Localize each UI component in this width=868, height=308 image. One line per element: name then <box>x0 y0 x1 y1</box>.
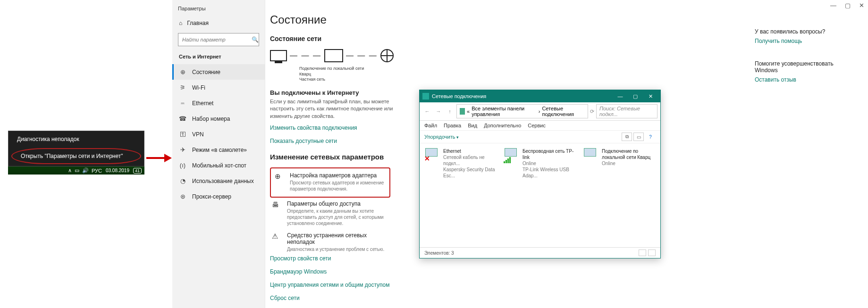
taskbar-context-menu: Диагностика неполадок Открыть "Параметры… <box>8 131 144 175</box>
nc-minimize-button[interactable]: — <box>613 92 627 100</box>
tray-chevron-icon[interactable]: ∧ <box>68 167 72 174</box>
nc-breadcrumb[interactable]: « Все элементы панели управления› Сетевы… <box>456 104 588 118</box>
nav-ethernet[interactable]: ⎓Ethernet <box>172 95 265 111</box>
nc-item-count: Элементов: 3 <box>424 250 454 256</box>
hotspot-icon: (ı) <box>179 162 186 169</box>
nc-address-bar: ← → ↑ « Все элементы панели управления› … <box>420 102 660 121</box>
app-title: Параметры <box>172 4 265 16</box>
network-connections-window: Сетевые подключения — ▢ ✕ ← → ↑ « Все эл… <box>419 90 661 258</box>
improve-block: Помогите усовершенствовать Windows Остав… <box>755 60 840 83</box>
nav-home-label: Главная <box>187 20 209 26</box>
nc-menubar: Файл Правка Вид Дополнительно Сервис <box>420 121 660 131</box>
help-block: У вас появились вопросы? Получить помощь <box>755 28 840 44</box>
nc-title-text: Сетевые подключения <box>432 93 610 99</box>
airplane-icon: ✈ <box>179 146 186 153</box>
option-title: Настройка параметров адаптера <box>290 172 386 179</box>
nc-titlebar[interactable]: Сетевые подключения — ▢ ✕ <box>420 90 660 102</box>
option-troubleshoot[interactable]: ⚠ Средство устранения сетевых неполадок … <box>270 229 397 255</box>
pc-icon <box>270 50 287 61</box>
dialup-icon: ☎ <box>179 115 186 122</box>
minimize-button[interactable]: — <box>830 2 836 9</box>
link-feedback[interactable]: Оставить отзыв <box>755 76 840 83</box>
nc-search[interactable]: Поиск: Сетевые подкл... <box>596 104 657 118</box>
lan-adapter-icon <box>584 148 599 161</box>
data-icon: ◔ <box>179 177 186 184</box>
menu-view[interactable]: Вид <box>468 123 477 128</box>
nav-status[interactable]: ⊕Состояние <box>172 64 265 80</box>
diagram-dots: — — — <box>290 51 321 60</box>
adapter-icon: ⊕ <box>275 172 284 192</box>
nav-hotspot[interactable]: (ı)Мобильный хот-спот <box>172 158 265 173</box>
maximize-button[interactable]: ▢ <box>845 2 851 9</box>
menu-tools[interactable]: Сервис <box>528 123 546 128</box>
view-button[interactable]: ⧉ <box>622 133 632 141</box>
nc-up-button[interactable]: ↑ <box>445 107 455 116</box>
settings-sidebar: Параметры ⌂ Главная 🔍 Сеть и Интернет ⊕С… <box>172 0 265 308</box>
option-adapter-settings[interactable]: ⊕ Настройка параметров адаптера Просмотр… <box>270 167 390 198</box>
status-icon: ⊕ <box>179 68 186 75</box>
tray-volume-icon[interactable]: 🔊 <box>82 167 89 174</box>
help-button[interactable]: ? <box>645 133 656 141</box>
proxy-icon: ⊛ <box>179 193 186 200</box>
search-icon[interactable]: 🔍 <box>252 36 259 43</box>
nav-home[interactable]: ⌂ Главная <box>172 16 265 30</box>
globe-icon <box>380 49 394 62</box>
link-get-help[interactable]: Получить помощь <box>755 38 840 44</box>
ethernet-icon: ⎓ <box>179 100 186 107</box>
view-details-button[interactable] <box>639 250 646 256</box>
nc-back-button[interactable]: ← <box>422 107 432 116</box>
nav-datausage[interactable]: ◔Использование данных <box>172 173 265 189</box>
section-label: Сеть и Интернет <box>172 52 265 64</box>
organize-button[interactable]: Упорядочить <box>424 134 459 140</box>
search-input[interactable] <box>178 37 252 42</box>
nc-toolbar: Упорядочить ⧉ ▭ ? <box>420 131 660 143</box>
nc-statusbar: Элементов: 3 <box>420 247 660 258</box>
router-icon <box>324 49 343 62</box>
connected-body: Если у вас лимитный тарифный план, вы мо… <box>270 98 397 120</box>
window-controls: — ▢ ✕ <box>830 2 864 9</box>
menu-diagnostics[interactable]: Диагностика неполадок <box>8 131 144 147</box>
close-button[interactable]: ✕ <box>859 2 864 9</box>
control-panel-icon <box>460 108 465 115</box>
wifi-adapter-icon <box>505 148 520 161</box>
view-icons-button[interactable] <box>648 250 656 256</box>
sharing-icon: 🖶 <box>272 200 281 226</box>
search-box[interactable]: 🔍 <box>178 33 259 46</box>
wifi-icon: ⚞ <box>179 84 186 91</box>
warning-icon: ⚠ <box>272 232 281 252</box>
diagram-dots: — — — <box>346 51 378 60</box>
ethernet-adapter-icon: ✕ <box>425 148 440 161</box>
tray-onedrive-icon[interactable]: ▭ <box>75 167 79 174</box>
tray-network-icon[interactable]: 41 <box>133 168 142 174</box>
menu-file[interactable]: Файл <box>424 123 437 128</box>
nav-dialup[interactable]: ☎Набор номера <box>172 111 265 126</box>
vpn-icon: ⚿ <box>179 131 186 138</box>
link-firewall[interactable]: Брандмауэр Windows <box>270 268 868 275</box>
preview-button[interactable]: ▭ <box>633 133 644 141</box>
nc-app-icon <box>422 93 429 100</box>
conn-lan[interactable]: Подключение по локальной сети Кварц Onli… <box>584 148 655 242</box>
nc-body: ✕ Ethernet Сетевой кабель не подкл... Ka… <box>420 143 660 247</box>
nav-proxy[interactable]: ⊛Прокси-сервер <box>172 189 265 204</box>
nc-refresh-button[interactable]: ⟳ <box>590 108 594 115</box>
link-network-center[interactable]: Центр управления сетями и общим доступом <box>270 282 868 288</box>
nc-forward-button[interactable]: → <box>434 107 443 116</box>
option-sharing[interactable]: 🖶 Параметры общего доступа Определите, к… <box>270 198 397 229</box>
link-reset[interactable]: Сброс сети <box>270 295 868 301</box>
nc-close-button[interactable]: ✕ <box>643 92 657 100</box>
taskbar-date: 03.08.2019 <box>106 168 129 173</box>
taskbar: ∧ ▭ 🔊 РУС 03.08.2019 41 <box>8 166 144 175</box>
tray-lang[interactable]: РУС <box>92 168 102 174</box>
nc-maximize-button[interactable]: ▢ <box>628 92 642 100</box>
red-arrow <box>146 154 172 162</box>
nav-wifi[interactable]: ⚞Wi-Fi <box>172 80 265 95</box>
page-title: Состояние <box>270 13 868 26</box>
menu-extra[interactable]: Дополнительно <box>484 123 521 128</box>
conn-wifi[interactable]: Беспроводная сеть TP-link Online TP-Link… <box>505 148 575 242</box>
nav-airplane[interactable]: ✈Режим «в самолете» <box>172 142 265 158</box>
option-desc: Просмотр сетевых адаптеров и изменение п… <box>290 180 386 192</box>
menu-edit[interactable]: Правка <box>444 123 461 128</box>
conn-ethernet[interactable]: ✕ Ethernet Сетевой кабель не подкл... Ka… <box>425 148 496 242</box>
menu-open-network-settings[interactable]: Открыть "Параметры сети и Интернет" <box>11 148 141 164</box>
nav-vpn[interactable]: ⚿VPN <box>172 126 265 142</box>
